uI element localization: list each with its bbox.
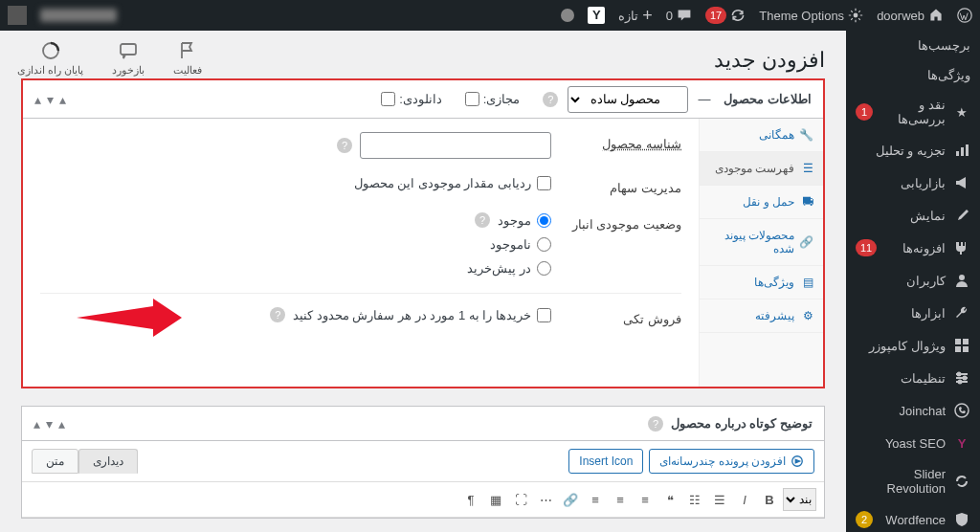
theme-options-label: Theme Options (759, 9, 844, 23)
updates-count: 17 (705, 7, 726, 24)
user-avatar[interactable] (8, 6, 27, 25)
new-label: تازه (618, 9, 638, 23)
yoast-status[interactable] (561, 9, 574, 22)
theme-options-link[interactable]: Theme Options (759, 8, 863, 23)
yoast-topbar[interactable]: Y (588, 7, 605, 24)
admin-topbar: doorweb Theme Options 17 0 +تازه Y (0, 0, 980, 31)
wp-logo[interactable] (957, 8, 972, 23)
comments-count-label: 0 (666, 9, 673, 23)
site-link[interactable]: doorweb (877, 8, 944, 23)
svg-point-1 (854, 13, 858, 18)
user-greeting-blurred (40, 9, 117, 22)
new-content-link[interactable]: +تازه (618, 7, 653, 24)
svg-point-0 (958, 9, 971, 22)
updates-link[interactable]: 17 (705, 7, 746, 24)
comments-link[interactable]: 0 (666, 8, 692, 23)
site-name-label: doorweb (877, 9, 924, 23)
